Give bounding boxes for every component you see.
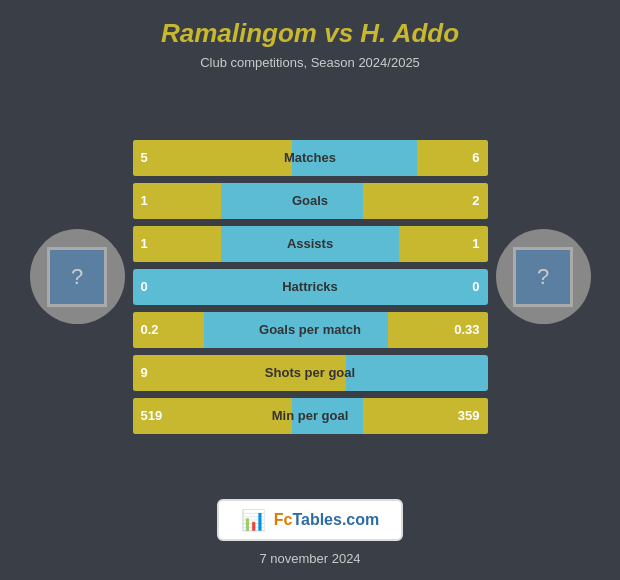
- stat-row: Matches56: [133, 140, 488, 176]
- stat-val-left: 5: [141, 150, 148, 165]
- stat-val-left: 0.2: [141, 322, 159, 337]
- logo-icon: 📊: [241, 508, 266, 532]
- stat-val-left: 9: [141, 365, 148, 380]
- stat-val-right: 0.33: [454, 322, 479, 337]
- stat-bar-right: [363, 183, 487, 219]
- stat-row: Hattricks00: [133, 269, 488, 305]
- date-text: 7 november 2024: [259, 551, 360, 566]
- logo-area: 📊 FcTables.com: [217, 499, 404, 541]
- stat-row: Goals12: [133, 183, 488, 219]
- stat-label: Matches: [284, 150, 336, 165]
- rows-container: Matches56Goals12Assists11Hattricks00Goal…: [133, 140, 488, 434]
- stat-val-left: 1: [141, 193, 148, 208]
- stat-bar-left: [133, 140, 293, 176]
- left-avatar: ?: [30, 229, 125, 324]
- stat-val-left: 519: [141, 408, 163, 423]
- left-avatar-placeholder: ?: [47, 247, 107, 307]
- stat-val-left: 1: [141, 236, 148, 251]
- stat-label: Min per goal: [272, 408, 349, 423]
- right-avatar: ?: [496, 229, 591, 324]
- stat-val-left: 0: [141, 279, 148, 294]
- stat-row: Goals per match0.20.33: [133, 312, 488, 348]
- stat-val-right: 1: [472, 236, 479, 251]
- stat-label: Goals: [292, 193, 328, 208]
- stat-row: Assists11: [133, 226, 488, 262]
- stat-row: Min per goal519359: [133, 398, 488, 434]
- stat-val-right: 6: [472, 150, 479, 165]
- page-title: Ramalingom vs H. Addo: [161, 18, 459, 49]
- stat-val-right: 0: [472, 279, 479, 294]
- stat-label: Hattricks: [282, 279, 338, 294]
- right-avatar-placeholder: ?: [513, 247, 573, 307]
- stat-label: Goals per match: [259, 322, 361, 337]
- page-subtitle: Club competitions, Season 2024/2025: [200, 55, 420, 70]
- logo-text: FcTables.com: [274, 511, 380, 529]
- stat-label: Assists: [287, 236, 333, 251]
- stat-val-right: 359: [458, 408, 480, 423]
- stat-label: Shots per goal: [265, 365, 355, 380]
- page-container: Ramalingom vs H. Addo Club competitions,…: [0, 0, 620, 580]
- stats-area: ? Matches56Goals12Assists11Hattricks00Go…: [0, 84, 620, 489]
- stat-val-right: 2: [472, 193, 479, 208]
- stat-row: Shots per goal9: [133, 355, 488, 391]
